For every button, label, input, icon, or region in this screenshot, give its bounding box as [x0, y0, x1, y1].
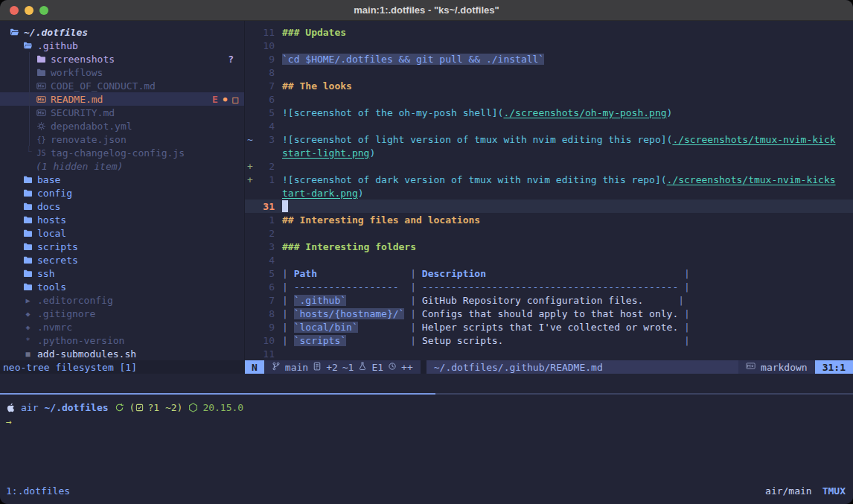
file-path: ~/.dotfiles/.github/README.md: [426, 360, 738, 374]
editor-line[interactable]: 1## Interesting files and locations: [245, 213, 853, 226]
folder-icon: [22, 255, 33, 266]
tree-item-hosts[interactable]: hosts: [0, 213, 244, 226]
js-icon: JS: [36, 147, 47, 159]
line-number: 11: [255, 348, 275, 360]
line-text: | `.github` | GitHub Repository configur…: [275, 295, 684, 306]
tree-item--dotfiles[interactable]: ~/.dotfiles: [0, 25, 244, 39]
tree-item--python-version[interactable]: *.python-version: [0, 334, 244, 347]
editor-buffer[interactable]: 11### Updates109`cd $HOME/.dotfiles && g…: [245, 21, 853, 360]
tree-item-label: SECURITY.md: [51, 107, 115, 118]
tree-item--github[interactable]: .github: [0, 39, 244, 52]
editor-line[interactable]: +2: [245, 159, 853, 173]
tree-item-tag-changelog-config-js[interactable]: JStag-changelog-config.js: [0, 146, 244, 159]
editor-line[interactable]: 11### Updates: [245, 25, 853, 39]
close-button[interactable]: [10, 6, 19, 15]
editor-line[interactable]: 5![screenshot of the oh-my-posh shell](.…: [245, 106, 853, 119]
line-text: ## Interesting files and locations: [275, 214, 480, 226]
hex-icon: ◈: [22, 322, 33, 333]
editor-line[interactable]: 2: [245, 226, 853, 240]
tree-item--editorconfig[interactable]: ▶.editorconfig: [0, 293, 244, 307]
line-number: 5: [255, 107, 275, 118]
line-text: ![screenshot of light version of tmux wi…: [275, 134, 836, 145]
prompt-arrow: →: [6, 416, 12, 427]
editor-line[interactable]: +1![screenshot of dark version of tmux w…: [245, 173, 853, 186]
statusline-extra: ++: [401, 362, 413, 373]
tree-item-dependabot-yml[interactable]: dependabot.yml: [0, 119, 244, 133]
tree-item-ssh[interactable]: ssh: [0, 267, 244, 280]
tree-item-label: .python-version: [37, 335, 124, 346]
editor-line[interactable]: ~3![screenshot of light version of tmux …: [245, 133, 853, 146]
editor-line[interactable]: 10: [245, 39, 853, 52]
editor-line[interactable]: start-light.png): [245, 146, 853, 159]
editor-line[interactable]: 9`cd $HOME/.dotfiles && git pull && ./in…: [245, 52, 853, 66]
shell-pane[interactable]: air ~/.dotfiles (?1 ~2) 20.15.0 →: [0, 395, 853, 482]
line-number: 6: [255, 281, 275, 293]
line-number: 5: [255, 268, 275, 279]
file-tree[interactable]: ~/.dotfiles.githubscreenshots?workflowsC…: [0, 21, 245, 360]
tree-item-local[interactable]: local: [0, 226, 244, 240]
folder-icon: [22, 174, 33, 185]
tree-item-docs[interactable]: docs: [0, 200, 244, 213]
filetype-segment: markdown: [738, 360, 815, 374]
editor-line[interactable]: 5| Path | Description |: [245, 267, 853, 280]
line-number: 1: [255, 174, 275, 185]
editor-line[interactable]: 10| `scripts` | Setup scripts. |: [245, 334, 853, 347]
tree-item-label: add-submodules.sh: [37, 348, 136, 360]
editor-line[interactable]: 6: [245, 92, 853, 106]
editor-line[interactable]: 9| `local/bin` | Helper scripts that I'v…: [245, 320, 853, 334]
zoom-button[interactable]: [39, 6, 48, 15]
nvim-statusline: N main +2 ~1 E1 ++ ~/.dotfiles/.github/R…: [245, 360, 853, 374]
folder-icon: [22, 201, 33, 212]
editor-line[interactable]: 11: [245, 347, 853, 360]
flask-icon: [358, 362, 367, 373]
tree-item-scripts[interactable]: scripts: [0, 240, 244, 253]
tmux-badge: TMUX: [822, 485, 846, 497]
minimize-button[interactable]: [25, 6, 33, 15]
line-text: start-light.png): [275, 147, 375, 159]
line-text: ### Interesting folders: [275, 241, 416, 252]
tree-item-readme-md[interactable]: README.mdE●□: [0, 92, 244, 106]
tree-item-workflows[interactable]: workflows: [0, 66, 244, 79]
editor-line[interactable]: 8: [245, 66, 853, 79]
tree-item--nvmrc[interactable]: ◈.nvmrc: [0, 320, 244, 334]
editor-line[interactable]: 7## The looks: [245, 79, 853, 92]
tree-item-security-md[interactable]: SECURITY.md: [0, 106, 244, 119]
editor-line[interactable]: 4: [245, 119, 853, 133]
tree-item-screenshots[interactable]: screenshots?: [0, 52, 244, 66]
line-number: 1: [255, 214, 275, 226]
tree-item-label: tag-changelog-config.js: [51, 147, 185, 159]
modified-marker: ●: [223, 95, 227, 103]
line-text: [275, 200, 288, 213]
line-number: 3: [255, 241, 275, 252]
tree-item-label: scripts: [37, 241, 78, 252]
editor-line[interactable]: 3### Interesting folders: [245, 240, 853, 253]
editor-line[interactable]: 4: [245, 253, 853, 267]
editor-line[interactable]: 7| `.github` | GitHub Repository configu…: [245, 293, 853, 307]
tree-item-add-submodules-sh[interactable]: ■add-submodules.sh: [0, 347, 244, 360]
editor-line[interactable]: 8| `hosts/{hostname}/` | Configs that sh…: [245, 307, 853, 320]
tree-item-tools[interactable]: tools: [0, 280, 244, 293]
folder-icon: [22, 214, 33, 226]
tree-item--1-hidden-item-[interactable]: (1 hidden item): [0, 159, 244, 173]
tree-item--gitignore[interactable]: ◆.gitignore: [0, 307, 244, 320]
line-text: | ------------------ | -----------------…: [275, 281, 690, 293]
editor-line[interactable]: 31: [245, 200, 853, 213]
tree-item-code-of-conduct-md[interactable]: CODE_OF_CONDUCT.md: [0, 79, 244, 92]
tree-item-label: CODE_OF_CONDUCT.md: [51, 80, 156, 92]
error-marker: E: [212, 94, 218, 105]
line-number: 7: [255, 80, 275, 92]
tree-item-base[interactable]: base: [0, 173, 244, 186]
tree-item-renovate-json[interactable]: {}renovate.json: [0, 133, 244, 146]
square-icon: ■: [22, 348, 33, 360]
tree-item-label: workflows: [51, 67, 103, 78]
editor-line[interactable]: tart-dark.png): [245, 186, 853, 200]
tree-item-config[interactable]: config: [0, 186, 244, 200]
clock-icon: [388, 362, 397, 373]
line-text: ![screenshot of dark version of tmux wit…: [275, 174, 836, 185]
line-number: 2: [255, 228, 275, 239]
tree-item-secrets[interactable]: secrets: [0, 253, 244, 267]
git-status-text: (?1 ~2): [130, 402, 183, 413]
play-icon: ▶: [22, 295, 33, 306]
tmux-window-tab[interactable]: 1:.dotfiles: [6, 485, 70, 497]
editor-line[interactable]: 6| ------------------ | ----------------…: [245, 280, 853, 293]
